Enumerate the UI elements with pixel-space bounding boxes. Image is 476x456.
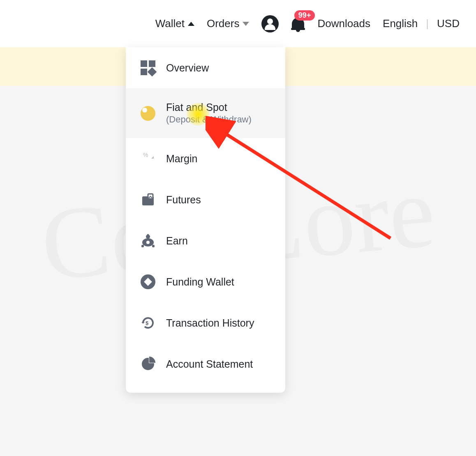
history-label: Transaction History — [166, 317, 254, 329]
top-header: Wallet Orders 99+ Downloads English | US… — [0, 0, 476, 47]
svg-text:$: $ — [146, 320, 149, 326]
caret-down-icon — [243, 22, 249, 26]
orders-label: Orders — [207, 17, 239, 30]
svg-rect-5 — [147, 234, 149, 235]
dropdown-item-account-statement[interactable]: Account Statement — [126, 343, 285, 385]
dropdown-item-transaction-history[interactable]: $ Transaction History — [126, 302, 285, 343]
overview-icon — [141, 60, 155, 75]
dropdown-item-futures[interactable]: Futures — [126, 179, 285, 220]
transaction-history-icon: $ — [141, 316, 155, 330]
svg-rect-6 — [141, 245, 144, 247]
earn-icon — [141, 233, 155, 248]
futures-icon — [141, 192, 155, 207]
downloads-nav[interactable]: Downloads — [317, 17, 370, 30]
dropdown-item-overview[interactable]: Overview — [126, 47, 285, 88]
currency-label: USD — [437, 17, 460, 30]
notification-badge: 99+ — [294, 10, 315, 21]
dropdown-item-fiat-spot[interactable]: Fiat and Spot (Deposit & Withdraw) — [126, 88, 285, 138]
separator: | — [426, 17, 429, 30]
dropdown-item-margin[interactable]: % Margin — [126, 138, 285, 179]
dropdown-item-funding[interactable]: Funding Wallet — [126, 261, 285, 302]
funding-label: Funding Wallet — [166, 276, 234, 288]
wallet-dropdown: Overview Fiat and Spot (Deposit & Withdr… — [126, 47, 285, 393]
fiat-spot-sublabel: (Deposit & Withdraw) — [166, 114, 252, 125]
user-profile-icon[interactable] — [261, 15, 279, 32]
earn-label: Earn — [166, 235, 188, 247]
futures-label: Futures — [166, 194, 201, 206]
currency-nav[interactable]: USD — [437, 17, 460, 30]
svg-text:%: % — [143, 152, 148, 158]
margin-label: Margin — [166, 153, 197, 165]
language-label: English — [383, 17, 418, 30]
funding-wallet-icon — [141, 274, 155, 289]
fiat-spot-icon — [141, 106, 155, 121]
statement-label: Account Statement — [166, 358, 253, 370]
dropdown-item-earn[interactable]: Earn — [126, 220, 285, 261]
language-nav[interactable]: English — [383, 17, 418, 30]
notifications-button[interactable]: 99+ — [291, 16, 305, 32]
svg-rect-7 — [152, 245, 155, 247]
fiat-spot-label: Fiat and Spot — [166, 101, 252, 113]
caret-up-icon — [188, 22, 194, 26]
svg-point-8 — [146, 241, 150, 244]
orders-nav[interactable]: Orders — [207, 17, 249, 30]
wallet-nav[interactable]: Wallet — [155, 17, 194, 30]
downloads-label: Downloads — [317, 17, 370, 30]
overview-label: Overview — [166, 62, 209, 74]
margin-icon: % — [141, 151, 155, 166]
account-statement-icon — [141, 357, 155, 371]
wallet-label: Wallet — [155, 17, 185, 30]
